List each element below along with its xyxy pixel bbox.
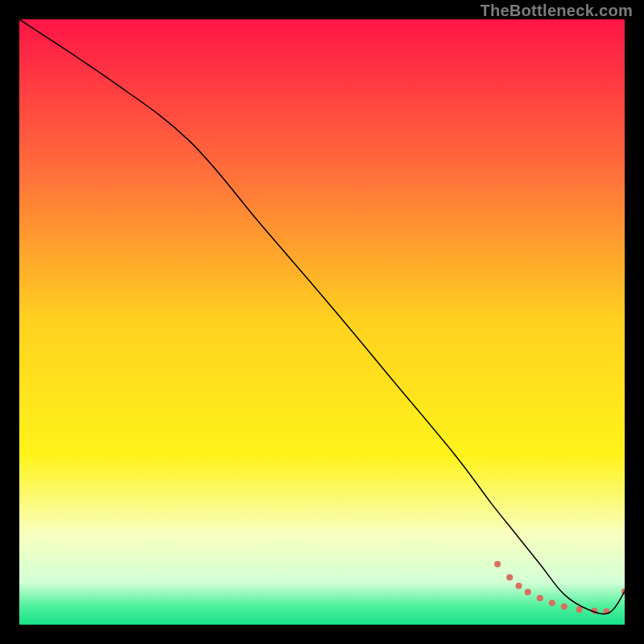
chart-marker-dot [576, 606, 583, 613]
chart-marker-dot [494, 561, 501, 568]
chart-marker-dot [561, 603, 568, 609]
chart-stage: TheBottleneck.com [0, 0, 644, 644]
chart-svg [19, 19, 625, 625]
chart-background [19, 19, 625, 625]
chart-plot-area [19, 19, 625, 625]
chart-marker-dot [537, 595, 543, 601]
chart-marker-dot [549, 600, 555, 606]
chart-marker-dot [506, 574, 513, 580]
chart-marker-dot [515, 583, 522, 589]
watermark-text: TheBottleneck.com [480, 2, 633, 20]
chart-marker-dot [525, 588, 531, 595]
